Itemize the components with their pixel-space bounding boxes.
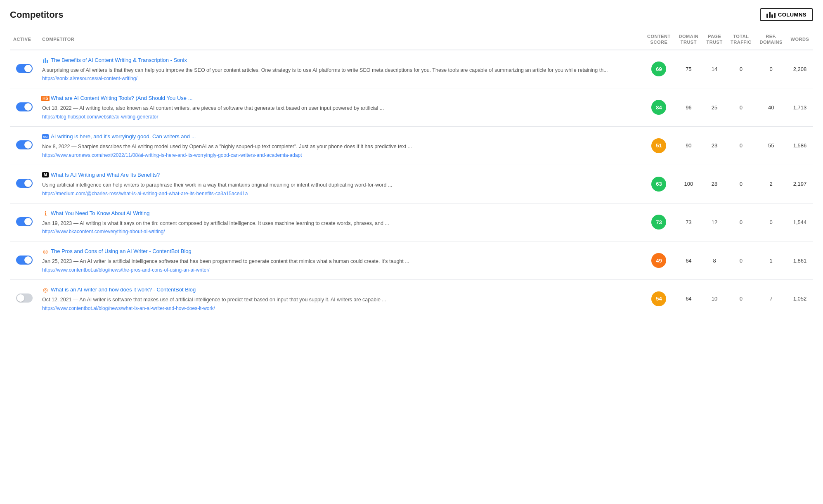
score-badge: 84 (651, 100, 666, 115)
words-value: 1,861 (793, 258, 807, 264)
columns-button[interactable]: COLUMNS (760, 8, 813, 21)
svg-rect-0 (43, 59, 44, 63)
ref_domains-value: 7 (770, 296, 773, 302)
page_trust-value: 28 (712, 181, 717, 187)
total_traffic-value: 0 (740, 181, 743, 187)
competitor-cell: eu AI writing is here, and it's worrying… (39, 127, 643, 165)
total_traffic-cell: 0 (726, 241, 755, 280)
page_trust-value: 25 (712, 104, 717, 111)
domain_trust-cell: 64 (675, 241, 702, 280)
words-cell: 1,713 (787, 88, 813, 127)
svg-rect-1 (45, 58, 46, 63)
total_traffic-cell: 0 (726, 50, 755, 88)
competitor-url[interactable]: https://www.contentbot.ai/blog/news/what… (42, 305, 640, 311)
domain_trust-cell: 90 (675, 127, 702, 165)
active-cell (10, 127, 39, 165)
table-row: ◎ The Pros and Cons of Using an AI Write… (10, 241, 813, 280)
toggle-switch-6[interactable] (16, 293, 33, 303)
col-header-content-score: CONTENT SCORE (643, 29, 675, 50)
words-value: 1,713 (793, 104, 807, 111)
toggle-switch-4[interactable] (16, 217, 33, 226)
competitor-url[interactable]: https://www.contentbot.ai/blog/news/the-… (42, 267, 640, 273)
score-badge: 73 (651, 215, 666, 230)
favicon-icon: HS (42, 95, 49, 102)
page_trust-value: 10 (712, 296, 717, 302)
competitor-url[interactable]: https://www.euronews.com/next/2022/11/08… (42, 152, 640, 158)
active-cell (10, 88, 39, 127)
competitor-description: Oct 12, 2021 — An AI writer is software … (42, 296, 640, 304)
favicon-icon: ◎ (42, 248, 49, 255)
toggle-switch-1[interactable] (16, 102, 33, 111)
toggle-switch-0[interactable] (16, 64, 33, 73)
toggle-switch-3[interactable] (16, 179, 33, 188)
active-cell (10, 50, 39, 88)
total_traffic-cell: 0 (726, 127, 755, 165)
content-score-cell: 63 (643, 165, 675, 203)
words-cell: 2,208 (787, 50, 813, 88)
competitor-url[interactable]: https://medium.com/@charles-ross/what-is… (42, 191, 640, 196)
total_traffic-cell: 0 (726, 280, 755, 318)
table-row: ℹ What You Need To Know About AI Writing… (10, 203, 813, 241)
competitor-title-link[interactable]: What You Need To Know About AI Writing (51, 210, 149, 216)
score-badge: 69 (651, 62, 666, 76)
col-header-domain-trust: DOMAIN TRUST (675, 29, 702, 50)
competitor-cell: ◎ The Pros and Cons of Using an AI Write… (39, 241, 643, 280)
ref_domains-cell: 40 (755, 88, 786, 127)
total_traffic-value: 0 (740, 104, 743, 111)
competitor-description: Jan 19, 2023 — AI writing is what it say… (42, 220, 640, 227)
competitor-url[interactable]: https://blog.hubspot.com/website/ai-writ… (42, 114, 640, 120)
domain_trust-cell: 100 (675, 165, 702, 203)
total_traffic-cell: 0 (726, 165, 755, 203)
competitor-title-link[interactable]: What is an AI writer and how does it wor… (51, 286, 196, 293)
page_trust-cell: 25 (702, 88, 726, 127)
words-cell: 1,586 (787, 127, 813, 165)
words-cell: 1,861 (787, 241, 813, 280)
page_trust-cell: 10 (702, 280, 726, 318)
competitor-title-link[interactable]: The Benefits of AI Content Writing & Tra… (51, 57, 187, 63)
ref_domains-cell: 55 (755, 127, 786, 165)
total_traffic-cell: 0 (726, 203, 755, 241)
ref_domains-value: 0 (770, 219, 773, 225)
domain_trust-value: 64 (686, 296, 691, 302)
total_traffic-value: 0 (740, 66, 743, 72)
competitor-description: Jan 25, 2023 — An AI writer is artificia… (42, 258, 640, 265)
favicon-icon: ℹ (42, 210, 49, 217)
competitor-cell: The Benefits of AI Content Writing & Tra… (39, 50, 643, 88)
competitor-url[interactable]: https://www.bkacontent.com/everything-ab… (42, 229, 640, 234)
score-badge: 63 (651, 177, 666, 192)
competitor-title-link[interactable]: The Pros and Cons of Using an AI Writer … (51, 248, 192, 254)
content-score-cell: 84 (643, 88, 675, 127)
competitor-cell: ℹ What You Need To Know About AI Writing… (39, 203, 643, 241)
total_traffic-value: 0 (740, 142, 743, 149)
score-badge: 51 (651, 138, 666, 153)
col-header-active: ACTIVE (10, 29, 39, 50)
domain_trust-value: 96 (686, 104, 691, 111)
words-cell: 1,544 (787, 203, 813, 241)
total_traffic-value: 0 (740, 258, 743, 264)
table-row: eu AI writing is here, and it's worrying… (10, 127, 813, 165)
page_trust-value: 23 (712, 142, 717, 149)
competitor-title-link[interactable]: What are AI Content Writing Tools? (And … (51, 95, 193, 101)
toggle-switch-5[interactable] (16, 256, 33, 265)
columns-button-label: COLUMNS (778, 12, 806, 18)
page-title: Competitors (10, 9, 64, 20)
favicon-icon: M (42, 172, 49, 178)
favicon-icon: eu (42, 133, 49, 140)
ref_domains-value: 1 (770, 258, 773, 264)
col-header-total-traffic: TOTAL TRAFFIC (726, 29, 755, 50)
ref_domains-cell: 2 (755, 165, 786, 203)
competitors-table: ACTIVE COMPETITOR CONTENT SCORE DOMAIN T… (10, 29, 813, 318)
competitor-url[interactable]: https://sonix.ai/resources/ai-content-wr… (42, 76, 640, 81)
table-row: ◎ What is an AI writer and how does it w… (10, 280, 813, 318)
table-header-row: ACTIVE COMPETITOR CONTENT SCORE DOMAIN T… (10, 29, 813, 50)
competitor-title-link[interactable]: What Is A.I Writing and What Are Its Ben… (51, 172, 160, 178)
score-badge: 49 (651, 253, 666, 268)
toggle-switch-2[interactable] (16, 140, 33, 149)
domain_trust-value: 64 (686, 258, 691, 264)
words-cell: 1,052 (787, 280, 813, 318)
svg-rect-2 (47, 60, 48, 63)
page_trust-value: 12 (712, 219, 717, 225)
col-header-page-trust: PAGE TRUST (702, 29, 726, 50)
competitor-description: Using artificial intelligence can help w… (42, 181, 640, 189)
competitor-title-link[interactable]: AI writing is here, and it's worryingly … (51, 133, 196, 140)
